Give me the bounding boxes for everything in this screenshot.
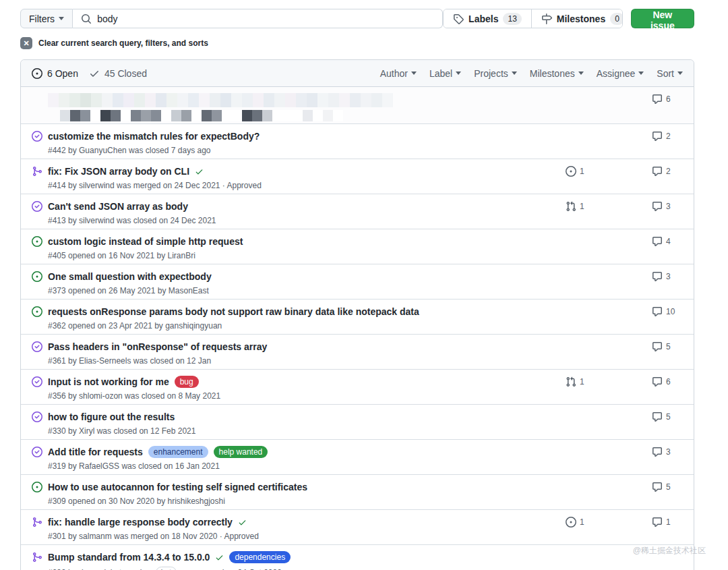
redacted-title [48,93,566,107]
open-issue-icon [32,236,42,247]
filter-assignee-dropdown[interactable]: Assignee [597,68,644,79]
comment-count[interactable]: 2 [652,130,683,143]
issue-title[interactable]: customize the mismatch rules for expectB… [48,130,260,143]
git-pull-request-icon [566,376,576,387]
comment-count[interactable]: 3 [652,270,683,283]
issue-title[interactable]: Input is not working for me [48,375,169,389]
linked-column-empty [566,480,652,494]
comment-count[interactable]: 10 [652,305,683,318]
comment-count[interactable]: 6 [652,375,683,389]
issue-title[interactable]: Pass headers in "onResponse" of requests… [48,340,267,353]
filter-label-dropdown[interactable]: Label [429,68,461,79]
comment-count-value: 3 [666,447,671,457]
milestone-icon [541,13,552,24]
issue-meta: #309 opened on 30 Nov 2020 by hrishikesh… [48,496,566,506]
chevron-down-icon [578,72,584,75]
search-input[interactable]: body [73,9,443,28]
issue-title[interactable]: Can't send JSON array as body [48,200,188,213]
linked-issue-indicator[interactable]: 1 [566,165,652,178]
chevron-down-icon [638,72,644,75]
filter-projects-dropdown[interactable]: Projects [474,68,517,79]
filters-label: Filters [29,13,55,24]
new-issue-button[interactable]: New issue [631,9,694,28]
issue-meta: #362 opened on 23 Apr 2021 by ganshiqing… [48,321,566,331]
comment-count-value: 4 [666,237,671,246]
search-query-text: body [97,13,117,24]
issue-meta: #319 by RafaelGSS was closed on 16 Jan 2… [48,461,566,471]
filter-label: Label [429,68,452,79]
closed-issues-tab[interactable]: 45 Closed [89,68,147,79]
checks-passed-icon [195,167,204,176]
issues-toolbar: Filters body Labels 13 [20,0,694,28]
issue-row: fix: Fix JSON array body on CLI#414 by s… [21,159,694,194]
search-icon [81,13,92,24]
issue-title[interactable]: One small question with expectbody [48,270,212,283]
issue-label[interactable]: enhancement [148,446,208,458]
issue-title[interactable]: how to figure out the results [48,410,175,424]
issues-list-header: 6 Open 45 Closed AuthorLabelProjectsMile… [21,60,694,87]
comment-icon [652,94,663,105]
issue-title[interactable]: Add title for requests [48,445,143,459]
labels-count-badge: 13 [503,13,521,25]
issue-row: Add title for requestsenhancementhelp wa… [21,439,694,474]
comment-count[interactable]: 5 [652,410,683,424]
comment-count-value: 2 [666,132,671,141]
comment-count-value: 6 [666,377,671,387]
merged-pr-icon [32,166,42,177]
comment-count[interactable]: 5 [652,340,683,353]
issue-title[interactable]: custom logic instead of simple http requ… [48,235,243,248]
issue-title[interactable]: Bump standard from 14.3.4 to 15.0.0 [48,550,210,564]
comment-count[interactable]: 3 [652,200,683,213]
issue-title[interactable]: How to use autocannon for testing self s… [48,480,307,494]
issue-row: customize the mismatch rules for expectB… [21,123,694,159]
comment-count[interactable]: 6 [652,92,683,106]
open-issues-tab[interactable]: 6 Open [32,68,78,79]
issue-meta: #361 by Elias-Serneels was closed on 12 … [48,356,566,366]
comment-count[interactable]: 3 [652,445,683,459]
open-issue-icon [32,271,42,282]
comment-count-value: 5 [666,482,671,492]
git-pull-request-icon [566,201,576,212]
watermark: @稀土掘金技术社区 [633,545,706,557]
comment-icon [652,236,663,247]
issue-row: One small question with expectbody#373 o… [21,264,694,299]
comment-count[interactable]: 4 [652,235,683,248]
labels-button[interactable]: Labels 13 [444,9,531,28]
filter-author-dropdown[interactable]: Author [380,68,417,79]
issue-row: Bump standard from 14.3.4 to 15.0.0depen… [21,544,694,570]
comment-count-value: 3 [666,272,671,281]
filter-milestones-dropdown[interactable]: Milestones [530,68,584,79]
clear-x-icon: ✕ [20,37,32,49]
issue-title[interactable]: requests onResponse params body not supp… [48,305,419,318]
issue-meta: #414 by silverwind was merged on 24 Dec … [48,181,566,190]
issue-label[interactable]: help wanted [214,446,268,458]
comment-count[interactable]: 1 [652,515,683,529]
comment-count-value: 3 [666,202,671,211]
issue-label[interactable]: bug [175,376,199,388]
issue-meta: #442 by GuanyuChen was closed 7 days ago [48,146,566,155]
redacted-state [32,92,48,123]
issue-title[interactable]: fix: handle large response body correctl… [48,515,233,529]
linked-pr-indicator[interactable]: 1 [566,200,652,213]
issue-row: fix: handle large response body correctl… [21,509,694,544]
chevron-down-icon [677,72,683,75]
issue-row: how to figure out the results#330 by Xir… [21,404,694,439]
milestones-button[interactable]: Milestones 0 [531,9,623,28]
closed-issue-icon [32,376,42,387]
linked-issue-indicator[interactable]: 1 [566,515,652,529]
comment-count[interactable]: 2 [652,165,683,178]
filter-sort-dropdown[interactable]: Sort [657,68,683,79]
linked-pr-indicator[interactable]: 1 [566,375,652,389]
comment-count[interactable]: 5 [652,480,683,494]
open-issue-icon [32,482,42,492]
labels-label: Labels [468,13,498,24]
issues-page: Filters body Labels 13 [0,0,728,570]
issue-title[interactable]: fix: Fix JSON array body on CLI [48,165,189,178]
filters-dropdown-button[interactable]: Filters [20,9,73,28]
linked-column-empty [566,130,652,143]
issue-label[interactable]: dependencies [229,551,291,563]
closed-issue-icon [32,131,42,142]
clear-filters-link[interactable]: ✕ Clear current search query, filters, a… [20,37,694,49]
linked-column-empty [566,92,652,106]
chevron-down-icon [59,17,64,20]
